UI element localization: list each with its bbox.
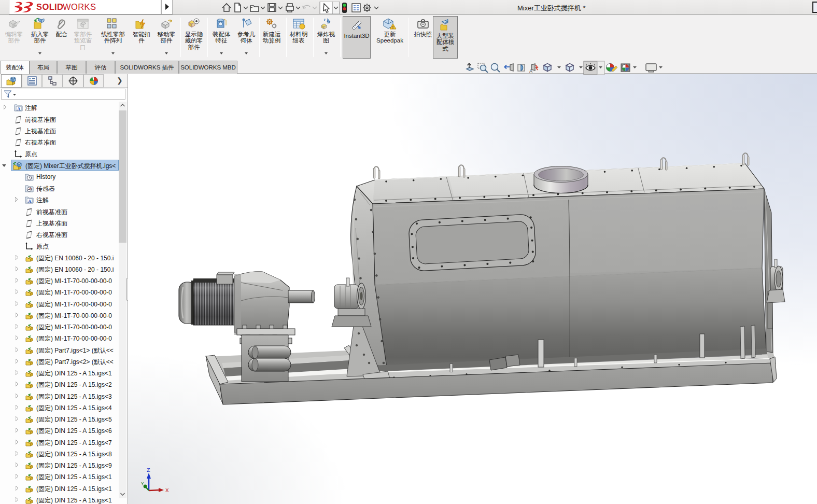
- svg-text:Y: Y: [141, 482, 144, 487]
- svg-text:SOLID: SOLID: [36, 2, 63, 11]
- svg-text:!: !: [392, 25, 394, 30]
- svg-text:A: A: [28, 199, 32, 204]
- svg-text:Z: Z: [147, 467, 150, 473]
- svg-text:WORKS: WORKS: [63, 2, 96, 11]
- svg-text:X: X: [165, 487, 169, 494]
- svg-text:A: A: [17, 106, 21, 111]
- svg-text:A: A: [529, 68, 532, 74]
